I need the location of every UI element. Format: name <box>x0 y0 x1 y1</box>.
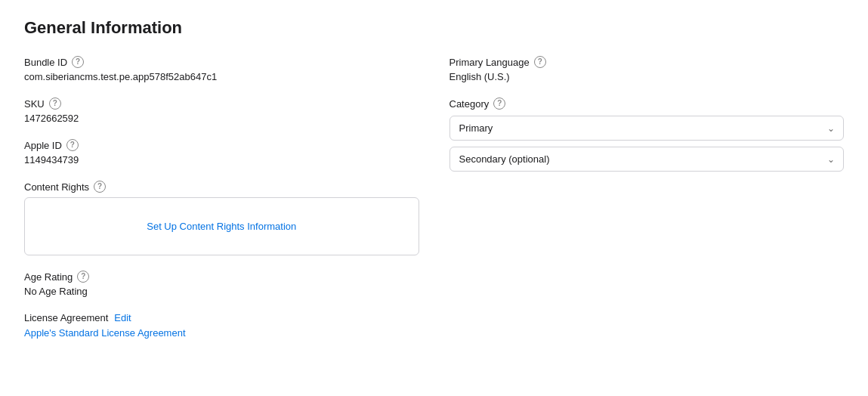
sku-help-icon[interactable]: ? <box>49 97 61 110</box>
content-rights-box: Set Up Content Rights Information <box>24 197 419 255</box>
bundle-id-help-icon[interactable]: ? <box>72 56 84 68</box>
license-agreement-group: License Agreement Edit Apple's Standard … <box>24 312 419 339</box>
apple-id-value: 1149434739 <box>24 154 419 166</box>
sku-label: SKU <box>24 98 45 110</box>
sku-label-row: SKU ? <box>24 97 419 110</box>
bundle-id-value: com.siberiancms.test.pe.app578f52ab647c1 <box>24 71 419 82</box>
apple-standard-license-link[interactable]: Apple's Standard License Agreement <box>24 327 186 339</box>
content-rights-group: Content Rights ? Set Up Content Rights I… <box>24 181 419 255</box>
license-agreement-label: License Agreement <box>24 312 108 323</box>
age-rating-label-row: Age Rating ? <box>24 271 419 283</box>
primary-language-group: Primary Language ? English (U.S.) <box>449 56 845 82</box>
apple-id-label-row: Apple ID ? <box>24 139 419 151</box>
bundle-id-label: Bundle ID <box>24 57 67 68</box>
primary-language-label-row: Primary Language ? <box>449 56 845 68</box>
secondary-category-select[interactable]: Secondary (optional) <box>449 147 845 172</box>
secondary-category-wrapper: Secondary (optional) ⌄ <box>449 147 845 172</box>
primary-category-wrapper: Primary ⌄ <box>449 116 845 141</box>
sku-value: 1472662592 <box>24 113 419 124</box>
sku-group: SKU ? 1472662592 <box>24 97 419 124</box>
set-up-content-rights-link[interactable]: Set Up Content Rights Information <box>147 221 296 232</box>
apple-id-group: Apple ID ? 1149434739 <box>24 139 419 166</box>
category-group: Category ? Primary ⌄ Secondary (optional… <box>449 97 845 172</box>
bundle-id-label-row: Bundle ID ? <box>24 56 419 68</box>
category-label: Category <box>449 98 490 110</box>
category-help-icon[interactable]: ? <box>493 97 505 110</box>
content-rights-label-row: Content Rights ? <box>24 181 419 193</box>
license-agreement-edit-link[interactable]: Edit <box>114 312 131 323</box>
content-rights-label: Content Rights <box>24 181 89 193</box>
primary-language-value: English (U.S.) <box>449 71 845 82</box>
license-agreement-label-row: License Agreement Edit <box>24 312 419 323</box>
apple-id-label: Apple ID <box>24 140 62 151</box>
content-rights-help-icon[interactable]: ? <box>94 181 106 193</box>
apple-id-help-icon[interactable]: ? <box>66 139 79 151</box>
page-title: General Information <box>24 18 844 38</box>
primary-language-label: Primary Language <box>449 57 530 68</box>
age-rating-help-icon[interactable]: ? <box>77 271 89 283</box>
bundle-id-group: Bundle ID ? com.siberiancms.test.pe.app5… <box>24 56 419 82</box>
age-rating-group: Age Rating ? No Age Rating <box>24 271 419 297</box>
primary-category-select[interactable]: Primary <box>449 116 845 141</box>
age-rating-label: Age Rating <box>24 271 73 283</box>
category-label-row: Category ? <box>449 97 845 110</box>
age-rating-value: No Age Rating <box>24 286 419 297</box>
primary-language-help-icon[interactable]: ? <box>534 56 546 68</box>
